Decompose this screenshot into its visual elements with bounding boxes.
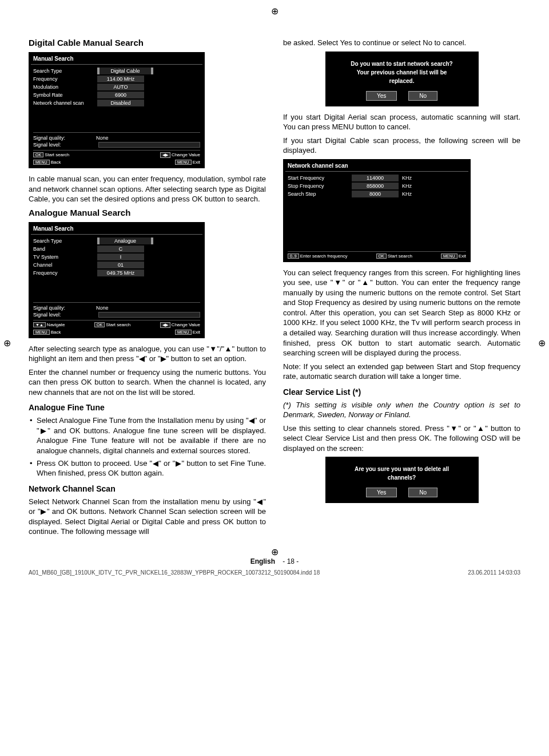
heading-analogue-manual-search: Analogue Manual Search — [29, 208, 266, 217]
osd1-row-network: Network channel scan Disabled — [33, 99, 200, 107]
osd2-label: Frequency — [33, 270, 96, 276]
para-analogue-b: Enter the channel number or frequency us… — [29, 367, 266, 398]
osd1-foot-d: MENUExit — [175, 160, 200, 165]
footer-dash2: - — [296, 557, 299, 565]
osd2-sig-level-bar — [98, 312, 200, 318]
register-mark-top: ⊕ — [271, 6, 279, 17]
osd2-sig-quality-value: None — [96, 305, 109, 311]
osd3-value: 8000 — [352, 191, 399, 197]
para-aerial-scan: If you start Digital Aerial scan process… — [283, 112, 520, 132]
osd1-sig-level-bar — [98, 142, 200, 148]
osd1-foot-a: OKOK Start searchStart search — [33, 152, 69, 158]
register-mark-right: ⊕ — [538, 338, 546, 349]
osd1-value: 6900 — [97, 92, 144, 98]
meta-date: 23.06.2011 14:03:03 — [468, 569, 520, 576]
osd2-row-band: Band C — [33, 245, 200, 253]
register-mark-left: ⊕ — [3, 338, 11, 349]
para-be-asked: be asked. Select Yes to continue or sele… — [283, 38, 520, 48]
osd3-label: Search Step — [288, 191, 351, 197]
dialog2-yes-button: Yes — [366, 488, 397, 497]
osd1-label: Search Type — [33, 68, 96, 74]
osd2-foot-b: OKStart search — [94, 322, 130, 328]
print-meta: A01_MB60_[GB]_1910UK_IDTV_TC_PVR_NICKEL1… — [29, 569, 520, 576]
osd2-row-frequency: Frequency 049.75 MHz — [33, 269, 200, 277]
osd-confirm-network-search: Do you want to start network search? You… — [325, 52, 479, 106]
osd3-unit: KHz — [402, 191, 412, 197]
para-cable-manual: In cable manual scan, you can enter freq… — [29, 174, 266, 204]
osd1-sig-quality-label: Signal quality: — [33, 135, 96, 141]
osd3-row-stop: Stop Frequency 858000 KHz — [288, 182, 466, 190]
dialog2-line2: channels? — [332, 473, 472, 482]
osd3-row-step: Search Step 8000 KHz — [288, 190, 466, 198]
dialog1-line3: replaced. — [332, 77, 472, 85]
dialog1-yes-button: Yes — [366, 91, 397, 101]
bullet-fine-tune-2: Press OK button to proceed. Use "◀" or "… — [29, 458, 266, 478]
osd2-label: Band — [33, 246, 96, 252]
register-mark-bottom: ⊕ — [271, 547, 279, 557]
osd2-row-search-type: Search Type Analogue — [33, 237, 200, 245]
osd2-label: Search Type — [33, 238, 96, 244]
heading-analogue-fine-tune: Analogue Fine Tune — [29, 403, 266, 412]
osd2-value: 01 — [97, 262, 144, 268]
footer-lang: English — [250, 557, 275, 565]
osd1-foot-b: ◀▶Change Value — [160, 152, 200, 158]
osd1-label: Network channel scan — [33, 100, 96, 106]
osd1-sig-level-label: Signal level: — [33, 142, 96, 148]
osd1-value: Disabled — [97, 100, 144, 106]
osd2-sig-level-label: Signal level: — [33, 312, 96, 318]
footer-dash: - — [283, 557, 285, 565]
osd3-row-start: Start Frequency 114000 KHz — [288, 174, 466, 182]
para-analogue-a: After selecting search type as analogue,… — [29, 344, 266, 364]
osd1-row-frequency: Frequency 114.00 MHz — [33, 75, 200, 83]
osd1-foot-c: MENUBack — [33, 160, 61, 165]
osd3-title: Network channel scan — [285, 161, 468, 172]
para-note-gap: Note: If you select an extended gap betw… — [283, 362, 520, 382]
osd2-value: I — [97, 254, 144, 260]
bullet-fine-tune-1: Select Analogue Fine Tune from the Insta… — [29, 415, 266, 456]
osd2-sig-quality-label: Signal quality: — [33, 305, 96, 311]
heading-digital-cable-manual-search: Digital Cable Manual Search — [29, 38, 266, 48]
left-column: Digital Cable Manual Search Manual Searc… — [29, 34, 266, 540]
osd3-label: Stop Frequency — [288, 183, 351, 189]
para-cable-scan: If you start Digital Cable scan process,… — [283, 136, 520, 156]
osd1-title: Manual Search — [31, 54, 202, 65]
osd2-row-channel: Channel 01 — [33, 261, 200, 269]
osd3-value: 114000 — [352, 175, 399, 181]
osd2-value: 049.75 MHz — [97, 270, 144, 276]
footer-page: 18 — [287, 557, 295, 565]
osd2-foot-a: ▼▲Navigate — [33, 322, 65, 328]
osd1-label: Modulation — [33, 84, 96, 90]
dialog1-line1: Do you want to start network search? — [332, 60, 472, 68]
osd1-value: 114.00 MHz — [97, 76, 144, 82]
osd2-foot-d: MENUBack — [33, 330, 61, 335]
osd2-foot-e: MENUExit — [175, 330, 200, 335]
osd1-label: Symbol Rate — [33, 92, 96, 98]
osd3-foot-b: OKStart search — [376, 254, 412, 259]
osd1-value: AUTO — [97, 84, 144, 90]
osd2-label: TV System — [33, 254, 96, 260]
osd3-unit: KHz — [402, 183, 412, 189]
osd1-value: Digital Cable — [97, 68, 153, 74]
para-clear-note: (*) This setting is visible only when th… — [283, 400, 520, 420]
para-freq-ranges: You can select frequency ranges from thi… — [283, 268, 520, 358]
osd2-foot-c: ◀▶Change Value — [160, 322, 200, 328]
osd1-row-symbol-rate: Symbol Rate 6900 — [33, 91, 200, 99]
heading-network-channel-scan: Network Channel Scan — [29, 484, 266, 493]
dialog1-line2: Your previous channel list will be — [332, 68, 472, 77]
dialog2-line1: Are you sure you want to delete all — [332, 465, 472, 473]
osd-digital-cable-manual-search: Manual Search Search Type Digital Cable … — [29, 52, 205, 168]
para-network-scan: Select Network Channel Scan from the ins… — [29, 497, 266, 537]
osd3-label: Start Frequency — [288, 175, 351, 181]
osd2-row-tv-system: TV System I — [33, 253, 200, 261]
osd3-unit: KHz — [402, 175, 412, 181]
osd3-foot-a: 0..9Enter search frequency — [288, 254, 347, 259]
meta-file: A01_MB60_[GB]_1910UK_IDTV_TC_PVR_NICKEL1… — [29, 569, 320, 576]
osd3-foot-c: MENUExit — [441, 254, 466, 259]
osd-network-channel-scan: Network channel scan Start Frequency 114… — [283, 159, 471, 262]
para-clear-use: Use this setting to clear channels store… — [283, 423, 520, 454]
page-footer: English - 18 - — [29, 557, 520, 565]
osd3-value: 858000 — [352, 183, 399, 189]
osd2-label: Channel — [33, 262, 96, 268]
osd1-label: Frequency — [33, 76, 96, 82]
osd2-value: C — [97, 246, 144, 252]
